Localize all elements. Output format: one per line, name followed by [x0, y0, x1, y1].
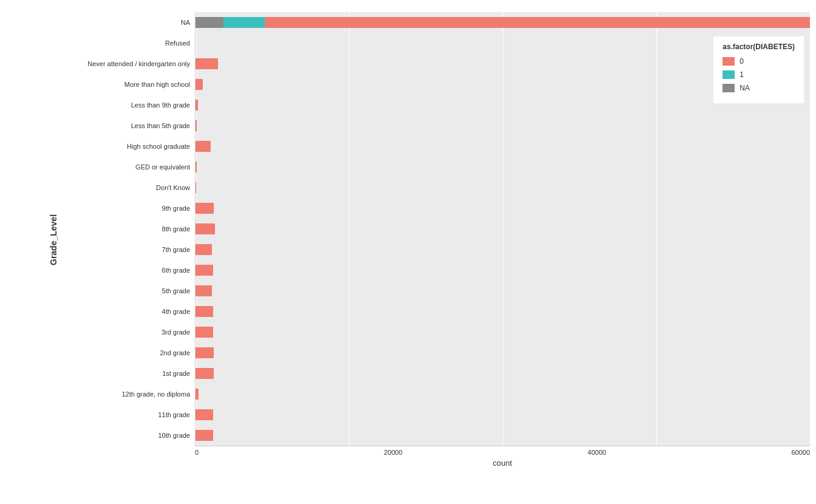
bar-segment [195, 306, 213, 317]
x-tick: 60000 [791, 449, 810, 456]
bar-segment [195, 100, 198, 111]
chart-container: Grade_Level NARefusedNever attended / ki… [0, 0, 816, 504]
y-label: 8th grade [162, 226, 190, 233]
bar-segment [195, 244, 212, 255]
bar-segment [195, 58, 218, 69]
bar-row [195, 384, 810, 404]
y-label: 6th grade [162, 267, 190, 274]
x-tick: 40000 [588, 449, 607, 456]
bar-row [195, 116, 810, 135]
y-label: 12th grade, no diploma [121, 391, 190, 398]
y-label: Less than 9th grade [131, 102, 190, 109]
y-label: 11th grade [158, 412, 190, 418]
bar-row [195, 426, 810, 445]
y-label: Don't Know [156, 185, 190, 191]
bar-segment [195, 368, 214, 379]
bar-segment [195, 120, 197, 131]
y-label: 7th grade [162, 247, 190, 253]
bar-row [195, 240, 810, 259]
x-axis-area: 0200004000060000 count [195, 446, 810, 468]
bar-segment [195, 430, 213, 441]
y-labels: NARefusedNever attended / kindergarten o… [61, 12, 195, 446]
bar-segment [195, 141, 211, 152]
y-label: GED or equivalent [135, 164, 190, 171]
chart-main: NARefusedNever attended / kindergarten o… [61, 12, 810, 468]
y-label: 2nd grade [160, 350, 190, 356]
bar-row [195, 178, 810, 197]
x-tick: 0 [195, 449, 199, 456]
bar-row [195, 33, 810, 53]
bar-segment [195, 409, 213, 420]
y-label: Refused [165, 40, 190, 47]
bar-row [195, 137, 810, 156]
bar-segment-na [195, 17, 223, 28]
bar-row [195, 364, 810, 383]
bar-row [195, 219, 810, 239]
bar-segment [195, 79, 203, 90]
bar-row [195, 95, 810, 115]
x-tick: 20000 [384, 449, 403, 456]
y-label: Never attended / kindergarten only [87, 61, 190, 67]
bar-row [195, 322, 810, 342]
x-ticks: 0200004000060000 [195, 446, 810, 456]
y-axis-label: Grade_Level [49, 12, 58, 468]
bar-row [195, 343, 810, 363]
bar-row [195, 405, 810, 424]
bar-segment [195, 223, 215, 234]
bar-row [195, 302, 810, 321]
y-label: 5th grade [162, 288, 190, 295]
y-label: More than high school [124, 81, 190, 88]
bar-segment [195, 265, 213, 276]
y-label: 4th grade [162, 308, 190, 315]
y-label: 9th grade [162, 205, 190, 212]
bar-segment [195, 162, 197, 172]
bar-segment [195, 347, 214, 358]
bar-segment [195, 389, 199, 400]
bar-row [195, 261, 810, 280]
bar-row [195, 281, 810, 301]
bar-row [195, 199, 810, 218]
y-label: NA [181, 19, 190, 26]
bar-segment [195, 182, 196, 193]
y-label: 10th grade [158, 432, 190, 439]
x-axis-label: count [195, 458, 810, 468]
bar-row [195, 54, 810, 73]
y-label: High school graduate [127, 143, 190, 150]
bar-row [195, 75, 810, 94]
y-label: Less than 5th grade [131, 123, 190, 129]
bar-row [195, 157, 810, 177]
bar-segment [195, 327, 213, 338]
y-label: 3rd grade [162, 329, 190, 336]
bars-area [195, 12, 810, 446]
bar-row [195, 13, 810, 32]
y-label: 1st grade [162, 370, 190, 377]
bar-segment-salmon [265, 17, 810, 28]
bar-segment-teal [223, 17, 265, 28]
bar-segment [195, 285, 212, 296]
bar-segment [195, 203, 214, 214]
plot-with-yaxis: NARefusedNever attended / kindergarten o… [61, 12, 810, 446]
